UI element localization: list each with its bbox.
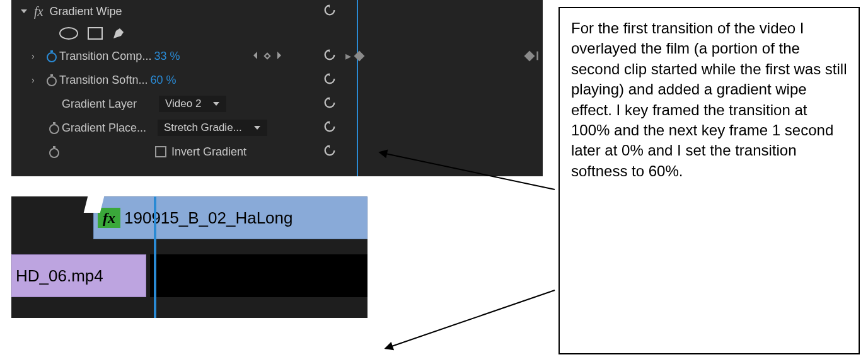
reset-property-button[interactable] (323, 48, 337, 65)
prop-invert-gradient: Invert Gradient (11, 140, 543, 164)
keyframe-segment-end-icon[interactable]: Ⅰ (536, 49, 539, 63)
add-keyframe-button[interactable] (263, 50, 271, 63)
effect-collapse-caret[interactable] (20, 5, 28, 18)
prop-gradient-placement: Gradient Place... Stretch Gradie... (11, 116, 543, 140)
prop-transition-completion: › Transition Comp... 33 % ▸ Ⅰ (11, 44, 543, 68)
empty-track-region[interactable] (150, 254, 367, 297)
reset-property-button[interactable] (323, 120, 337, 137)
svg-rect-6 (50, 74, 53, 76)
reset-property-button[interactable] (323, 96, 337, 113)
dropdown-value: Stretch Gradie... (164, 122, 242, 134)
chevron-down-icon (253, 122, 261, 134)
svg-rect-4 (265, 53, 270, 58)
keyframe-diamond[interactable] (524, 51, 535, 62)
dropdown-value: Video 2 (165, 98, 201, 110)
fx-icon: fx (34, 4, 43, 19)
timeline-snippet: fx 190915_B_02_HaLong HD_06.mp4 (11, 196, 367, 318)
stopwatch-icon-active[interactable] (44, 50, 59, 62)
prop-label: Gradient Layer (62, 98, 156, 111)
prop-transition-softness: › Transition Softn... 60 % (11, 68, 543, 92)
keyframe-strip[interactable]: ▸ Ⅰ (345, 44, 543, 68)
prop-label: Transition Comp... (59, 50, 151, 63)
effect-header[interactable]: fx Gradient Wipe (11, 0, 543, 23)
reset-property-button[interactable] (323, 144, 337, 161)
timeline-clip-video1[interactable]: HD_06.mp4 (11, 254, 146, 297)
mask-ellipse-icon[interactable] (58, 26, 79, 40)
clip-name: 190915_B_02_HaLong (124, 208, 292, 228)
svg-point-0 (60, 28, 78, 39)
keyframe-diamond[interactable] (354, 51, 365, 62)
mask-rectangle-icon[interactable] (87, 26, 103, 40)
keyframe-nav (252, 50, 282, 63)
next-keyframe-marker[interactable]: ▸ (345, 49, 351, 63)
stopwatch-icon[interactable] (47, 145, 62, 158)
effect-controls-panel: fx Gradient Wipe › Transition Comp... 33… (11, 0, 543, 176)
annotation-text: For the first transition of the video I … (571, 20, 847, 179)
svg-point-7 (50, 125, 59, 133)
prop-label: Invert Gradient (171, 145, 246, 159)
gradient-placement-dropdown[interactable]: Stretch Gradie... (158, 120, 267, 136)
prev-keyframe-button[interactable] (252, 50, 258, 63)
annotation-box: For the first transition of the video I … (558, 7, 860, 354)
timeline-clip-video2[interactable]: fx 190915_B_02_HaLong (93, 196, 367, 239)
annotation-arrow (385, 290, 555, 349)
prop-gradient-layer: Gradient Layer Video 2 (11, 92, 543, 116)
stopwatch-icon[interactable] (47, 122, 62, 134)
svg-point-5 (47, 77, 56, 86)
mask-shapes-row (11, 23, 543, 44)
gradient-layer-dropdown[interactable]: Video 2 (159, 96, 226, 112)
chevron-down-icon (212, 98, 220, 110)
invert-gradient-checkbox[interactable] (155, 146, 166, 157)
svg-point-9 (50, 149, 59, 157)
prop-label: Transition Softn... (59, 74, 148, 87)
fx-badge-icon[interactable]: fx (98, 208, 120, 228)
timeline-playhead[interactable] (154, 196, 156, 318)
expand-caret-icon[interactable]: › (32, 75, 44, 85)
svg-point-2 (47, 53, 56, 62)
effect-name[interactable]: Gradient Wipe (49, 5, 122, 18)
svg-rect-1 (88, 28, 102, 39)
expand-caret-icon[interactable]: › (32, 51, 44, 61)
clip-name: HD_06.mp4 (16, 266, 103, 286)
svg-rect-3 (50, 50, 53, 52)
svg-rect-10 (53, 146, 55, 148)
svg-rect-8 (53, 122, 55, 124)
prop-label: Gradient Place... (62, 122, 155, 135)
prop-value[interactable]: 60 % (150, 74, 176, 87)
prop-value[interactable]: 33 % (154, 50, 180, 63)
reset-effect-button[interactable] (323, 3, 337, 20)
mask-pen-icon[interactable] (111, 26, 126, 41)
next-keyframe-button[interactable] (276, 50, 282, 63)
stopwatch-icon[interactable] (44, 74, 59, 86)
reset-property-button[interactable] (323, 72, 337, 89)
